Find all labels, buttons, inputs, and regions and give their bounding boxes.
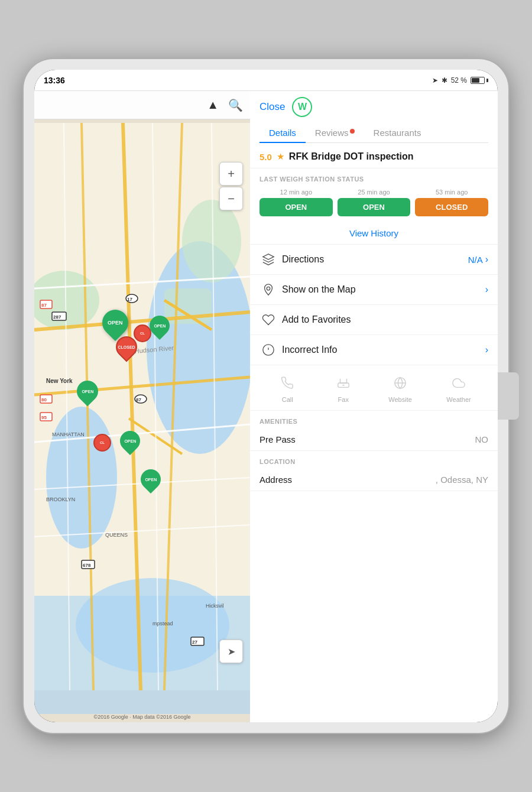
svg-text:95: 95 — [41, 415, 47, 420]
favorites-icon — [259, 313, 277, 326]
svg-point-6 — [182, 200, 241, 283]
call-label: Call — [282, 396, 293, 403]
directions-chevron: › — [485, 254, 488, 265]
map-pin-open-5[interactable]: OPEN — [141, 469, 161, 489]
svg-text:80: 80 — [41, 397, 47, 403]
time-label-1: 12 min ago — [280, 189, 312, 196]
fax-icon — [333, 372, 354, 394]
amenity-row-prepass: Pre Pass NO — [250, 429, 498, 451]
website-item[interactable]: Website — [388, 372, 412, 403]
map-pin-closed-2[interactable]: CL — [134, 324, 151, 342]
status-time: 13:36 — [44, 76, 65, 85]
tabs-row: Details Reviews Restaurants — [259, 123, 488, 143]
close-button[interactable]: Close — [259, 101, 285, 113]
view-history-button[interactable]: View History — [250, 222, 498, 245]
place-rating: 5.0 — [259, 152, 272, 162]
status-badge-3: CLOSED — [415, 198, 488, 216]
map-panel: ▲ 🔍 — [34, 91, 250, 722]
place-title-row: 5.0 ★ RFK Bridge DOT inspection — [250, 143, 498, 168]
show-map-right: › — [485, 284, 488, 295]
show-map-label: Show on the Map — [282, 284, 485, 295]
weather-item[interactable]: Weather — [446, 372, 471, 403]
map-pin-open-1[interactable]: OPEN — [102, 310, 128, 336]
weather-label: Weather — [446, 396, 471, 403]
weigh-section-label: LAST WEIGH STATION STATUS — [250, 168, 498, 186]
amenities-section-label: AMENITIES — [250, 411, 498, 429]
favorites-row[interactable]: Add to Favorites — [250, 305, 498, 335]
map-controls: + − — [219, 162, 243, 210]
svg-text:678: 678 — [83, 563, 91, 568]
svg-text:mpstead: mpstead — [153, 621, 173, 627]
status-icons: ➤ ✱ 52 % — [432, 76, 488, 85]
my-location-button[interactable]: ➤ — [219, 640, 243, 663]
svg-text:287: 287 — [53, 314, 61, 320]
svg-point-45 — [267, 287, 270, 290]
location-arrow-icon: ➤ — [228, 646, 235, 657]
address-label: Address — [259, 475, 292, 485]
incorrect-info-row[interactable]: Incorrect Info › — [250, 335, 498, 365]
status-badge-1: OPEN — [259, 198, 333, 216]
zoom-in-button[interactable]: + — [219, 162, 243, 186]
detail-nav: Close W — [259, 97, 488, 117]
incorrect-info-chevron: › — [485, 345, 488, 355]
reviews-dot — [350, 129, 355, 134]
tab-reviews[interactable]: Reviews — [306, 123, 364, 142]
map-pin-open-3[interactable]: OPEN — [77, 381, 98, 402]
map-copyright: ©2016 Google · Map data ©2016 Google — [34, 714, 250, 720]
show-map-icon — [259, 283, 277, 296]
address-row: Address , Odessa, NY — [250, 469, 498, 491]
map-toolbar: ▲ 🔍 — [34, 91, 250, 119]
map-background: Hudson River MANHATTAN BROOKLYN QUEENS N… — [34, 91, 250, 722]
amenity-prepass-label: Pre Pass — [259, 434, 296, 444]
tab-restaurants[interactable]: Restaurants — [364, 123, 431, 142]
status-bar: 13:36 ➤ ✱ 52 % — [34, 70, 498, 91]
svg-text:27: 27 — [192, 640, 197, 645]
tab-details[interactable]: Details — [259, 123, 306, 142]
zoom-out-button[interactable]: − — [219, 187, 243, 210]
amenity-prepass-value: NO — [475, 434, 489, 444]
tablet-side-button[interactable] — [498, 372, 519, 420]
call-icon — [277, 372, 298, 394]
status-row: 12 min ago OPEN 25 min ago OPEN 53 min a… — [250, 186, 498, 222]
svg-text:87: 87 — [41, 303, 47, 308]
svg-text:QUEENS: QUEENS — [105, 532, 128, 538]
map-search-icon[interactable]: 🔍 — [228, 98, 243, 112]
battery-indicator — [471, 77, 488, 84]
detail-header: Close W Details Reviews Restaur — [250, 91, 498, 143]
incorrect-info-right: › — [485, 345, 488, 355]
fax-label: Fax — [338, 396, 349, 403]
waypoint-badge: W — [292, 97, 312, 117]
svg-point-2 — [46, 407, 117, 548]
svg-text:87: 87 — [136, 397, 141, 403]
time-label-3: 53 min ago — [436, 189, 468, 196]
detail-scroll[interactable]: 5.0 ★ RFK Bridge DOT inspection LAST WEI… — [250, 143, 498, 722]
show-map-chevron: › — [485, 284, 488, 295]
incorrect-info-label: Incorrect Info — [282, 345, 485, 355]
location-section-label: LOCATION — [250, 451, 498, 469]
directions-icon — [259, 253, 277, 266]
status-entry-3: 53 min ago CLOSED — [415, 189, 488, 216]
status-entry-1: 12 min ago OPEN — [259, 189, 333, 216]
map-layers-icon[interactable]: ▲ — [207, 98, 219, 112]
call-item[interactable]: Call — [277, 372, 298, 403]
svg-text:Hicksvil: Hicksvil — [206, 603, 224, 609]
place-name: RFK Bridge DOT inspection — [289, 151, 414, 162]
incorrect-info-icon — [259, 343, 277, 356]
map-pin-closed-3[interactable]: CL — [93, 434, 111, 452]
weather-icon — [448, 372, 469, 394]
map-pin-open-2[interactable]: OPEN — [150, 316, 170, 336]
svg-text:BROOKLYN: BROOKLYN — [46, 496, 75, 502]
directions-row[interactable]: Directions N/A › — [250, 245, 498, 275]
show-map-row[interactable]: Show on the Map › — [250, 275, 498, 305]
address-value: , Odessa, NY — [436, 475, 488, 485]
website-label: Website — [388, 396, 412, 403]
directions-label: Directions — [282, 254, 468, 265]
contact-icons-row: Call Fax — [250, 365, 498, 411]
directions-right: N/A › — [468, 254, 488, 265]
svg-text:MANHATTAN: MANHATTAN — [52, 431, 85, 437]
screen-content: ▲ 🔍 — [34, 91, 498, 722]
map-pin-open-4[interactable]: OPEN — [120, 431, 140, 451]
fax-item[interactable]: Fax — [333, 372, 354, 403]
star-icon: ★ — [277, 151, 284, 162]
website-icon — [390, 372, 411, 394]
